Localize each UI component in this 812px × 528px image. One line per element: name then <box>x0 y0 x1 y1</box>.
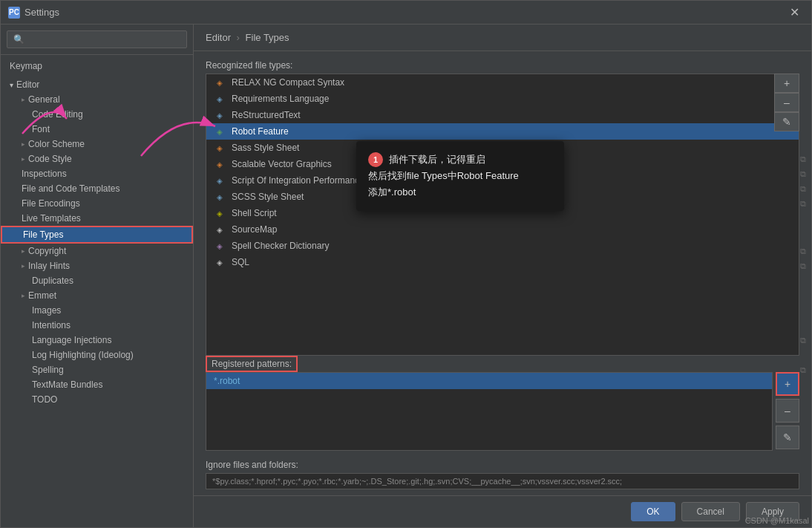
keymap-label: Keymap <box>10 61 42 71</box>
tooltip-line1: 插件下载后，记得重启 <box>389 154 485 165</box>
panel-body: Recognized file types: ◈ RELAX NG Compac… <box>194 51 811 495</box>
window-title: Settings <box>24 7 59 18</box>
search-input[interactable] <box>7 30 187 48</box>
sidebar-item-live-templates[interactable]: Live Templates <box>1 211 193 226</box>
file-type-restructuredtext[interactable]: ◈ ReStructuredText <box>206 107 799 123</box>
sidebar-item-file-encodings[interactable]: File Encodings ⧉ <box>1 196 193 211</box>
code-editing-label: Code Editing <box>32 109 83 120</box>
patterns-container: *.robot + – ✎ <box>206 372 799 451</box>
font-label: Font <box>32 124 50 134</box>
spell-checker-label: Spell Checker Dictionary <box>232 241 329 251</box>
breadcrumb-part2: File Types <box>246 32 289 43</box>
registered-label: Registered patterns: <box>206 356 298 372</box>
sidebar-item-images[interactable]: Images <box>1 303 193 318</box>
settings-dialog: PC Settings ✕ Keymap Editor ▸ <box>0 0 812 528</box>
editor-section: Editor ▸ General Code Editing Font ▸ Col <box>1 74 193 410</box>
dialog-footer: OK Cancel Apply <box>194 495 811 527</box>
sql-icon: ◈ <box>214 256 226 268</box>
ignore-input[interactable] <box>206 473 799 489</box>
add-file-type-button[interactable]: + <box>774 74 799 93</box>
inlay-hints-label: Inlay Hints <box>28 261 70 271</box>
sql-label: SQL <box>232 257 249 267</box>
file-type-sourcemap[interactable]: ◈ SourceMap <box>206 221 799 238</box>
remove-pattern-button[interactable]: – <box>776 399 799 423</box>
sidebar-item-font[interactable]: Font <box>1 122 193 137</box>
ignore-section: Ignore files and folders: <box>206 457 799 489</box>
sidebar-item-editor[interactable]: Editor <box>1 77 193 92</box>
file-types-label: File Types <box>23 229 63 240</box>
spelling-label: Spelling <box>32 365 64 375</box>
inlay-hints-expand-icon: ▸ <box>22 262 25 270</box>
remove-file-type-button[interactable]: – <box>774 93 799 112</box>
sidebar-item-file-and-code-templates[interactable]: File and Code Templates ⧉ <box>1 181 193 196</box>
sourcemap-icon: ◈ <box>214 224 226 235</box>
pattern-item-robot[interactable]: *.robot <box>206 373 772 389</box>
ignore-label: Ignore files and folders: <box>206 457 799 473</box>
sidebar-item-todo[interactable]: TODO <box>1 392 193 407</box>
intentions-label: Intentions <box>32 320 71 330</box>
sidebar-item-duplicates[interactable]: Duplicates <box>1 273 193 288</box>
edit-pattern-button[interactable]: ✎ <box>776 426 799 449</box>
color-scheme-label: Color Scheme <box>28 139 85 149</box>
emmet-label: Emmet <box>28 290 56 301</box>
sidebar-content: Keymap Editor ▸ General Code Editing Fon… <box>1 55 193 527</box>
sidebar-item-textmate-bundles[interactable]: TextMate Bundles <box>1 377 193 392</box>
sidebar-item-file-types[interactable]: File Types <box>1 226 193 244</box>
ok-button[interactable]: OK <box>631 502 675 521</box>
registered-patterns-section: Registered patterns: *.robot + – ✎ <box>206 356 799 451</box>
title-bar: PC Settings ✕ <box>1 1 811 25</box>
relax-ng-icon: ◈ <box>214 76 226 88</box>
inspections-label: Inspections <box>22 169 67 179</box>
robot-feature-label: Robot Feature <box>232 126 289 137</box>
sidebar-item-inlay-hints[interactable]: ▸ Inlay Hints ⧉ <box>1 258 193 273</box>
sidebar-item-intentions[interactable]: Intentions <box>1 318 193 333</box>
file-type-relax-ng[interactable]: ◈ RELAX NG Compact Syntax <box>206 74 799 91</box>
general-label: General <box>28 94 60 105</box>
color-scheme-expand-icon: ▸ <box>22 140 25 148</box>
content-area: Keymap Editor ▸ General Code Editing Fon… <box>1 25 811 527</box>
file-type-sql[interactable]: ◈ SQL <box>206 254 799 270</box>
file-type-spell-checker[interactable]: ◈ Spell Checker Dictionary <box>206 238 799 254</box>
sidebar-item-keymap[interactable]: Keymap <box>1 58 193 74</box>
svg-icon: ◈ <box>214 158 226 170</box>
language-injections-label: Language Injections <box>32 335 111 345</box>
copyright-expand-icon: ▸ <box>22 247 25 255</box>
file-type-requirements[interactable]: ◈ Requirements Language <box>206 91 799 107</box>
sidebar-item-emmet[interactable]: ▸ Emmet <box>1 288 193 303</box>
title-bar-left: PC Settings <box>8 7 59 19</box>
sass-label: Sass Style Sheet <box>232 143 299 153</box>
script-icon: ◈ <box>214 175 226 186</box>
sidebar-item-spelling[interactable]: Spelling ⧉ <box>1 362 193 377</box>
tooltip-line2: 然后找到file Types中Robot Feature <box>368 170 519 181</box>
cancel-button[interactable]: Cancel <box>681 502 740 521</box>
code-style-expand-icon: ▸ <box>22 155 25 163</box>
file-and-code-templates-label: File and Code Templates <box>22 183 120 194</box>
sidebar-item-log-highlighting[interactable]: Log Highlighting (Ideolog) <box>1 348 193 362</box>
scss-icon: ◈ <box>214 191 226 203</box>
breadcrumb-part1: Editor <box>206 32 231 43</box>
log-highlighting-label: Log Highlighting (Ideolog) <box>32 350 134 360</box>
images-label: Images <box>32 305 61 316</box>
tooltip-overlay: 1 插件下载后，记得重启 然后找到file Types中Robot Featur… <box>356 141 564 211</box>
breadcrumb-sep: › <box>237 32 240 43</box>
scss-label: SCSS Style Sheet <box>232 192 304 202</box>
sass-icon: ◈ <box>214 142 226 154</box>
sidebar-item-language-injections[interactable]: Language Injections ⧉ <box>1 333 193 348</box>
sidebar-item-color-scheme[interactable]: ▸ Color Scheme <box>1 137 193 151</box>
sidebar-item-copyright[interactable]: ▸ Copyright ⧉ <box>1 244 193 258</box>
breadcrumb: Editor › File Types <box>194 25 811 51</box>
file-type-robot-feature[interactable]: ◈ Robot Feature <box>206 123 799 140</box>
add-pattern-button[interactable]: + <box>776 372 799 396</box>
main-content: Editor › File Types Recognized file type… <box>194 25 811 527</box>
csdn-watermark: CSDN @M1kasal <box>745 516 809 525</box>
sidebar-item-code-editing[interactable]: Code Editing <box>1 107 193 122</box>
edit-file-type-button[interactable]: ✎ <box>774 112 799 131</box>
sidebar-item-general[interactable]: ▸ General <box>1 92 193 107</box>
emmet-expand-icon: ▸ <box>22 292 25 299</box>
sidebar-item-code-style[interactable]: ▸ Code Style ⧉ <box>1 151 193 166</box>
sidebar: Keymap Editor ▸ General Code Editing Fon… <box>1 25 194 527</box>
live-templates-label: Live Templates <box>22 213 81 224</box>
close-button[interactable]: ✕ <box>785 4 804 21</box>
recognized-label: Recognized file types: <box>194 57 811 74</box>
sidebar-item-inspections[interactable]: Inspections ⧉ <box>1 166 193 181</box>
